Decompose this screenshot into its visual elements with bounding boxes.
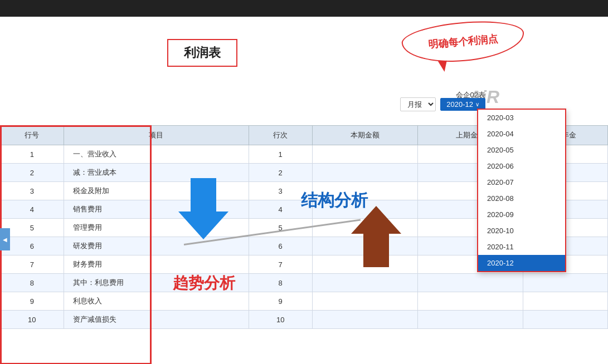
svg-marker-0	[178, 178, 228, 239]
period-type-select[interactable]: 月报	[400, 97, 436, 111]
svg-marker-1	[351, 206, 401, 267]
bubble-text: 明确每个利润点	[427, 32, 499, 52]
blue-down-arrow	[178, 178, 228, 242]
dropdown-item-9[interactable]: 2020-12	[478, 255, 565, 271]
table-row: 10 资产减值损失 10	[1, 311, 608, 329]
controls-row: 月报 2020-12 ∨	[400, 97, 485, 111]
table-row: 9 利息收入 9	[1, 292, 608, 311]
dropdown-item-3[interactable]: 2020-06	[478, 158, 565, 174]
main-content: 明确每个利润点 利润表 AiR 会企02表 月报 2020-12 ∨ 单位：元 …	[0, 17, 608, 364]
table-row: 8 其中：利息费用 8	[1, 274, 608, 292]
left-collapse-tab[interactable]	[0, 228, 10, 250]
speech-bubble: 明确每个利润点	[400, 17, 526, 67]
dropdown-item-5[interactable]: 2020-08	[478, 190, 565, 206]
dropdown-item-8[interactable]: 2020-11	[478, 239, 565, 255]
col-header-current: 本期金额	[312, 126, 417, 145]
dropdown-item-6[interactable]: 2020-09	[478, 206, 565, 223]
qushi-label: 趋势分析	[173, 273, 235, 294]
dropdown-item-4[interactable]: 2020-07	[478, 174, 565, 190]
period-dropdown[interactable]: 2020-03 2020-04 2020-05 2020-06 2020-07 …	[477, 109, 566, 272]
page-title: 利润表	[184, 46, 221, 60]
col-header-item: 项目	[64, 126, 249, 145]
col-header-rownum: 行号	[1, 126, 64, 145]
col-header-order: 行次	[249, 126, 312, 145]
dropdown-item-0[interactable]: 2020-03	[478, 110, 565, 126]
title-box: 利润表	[167, 39, 237, 67]
dropdown-item-2[interactable]: 2020-05	[478, 142, 565, 158]
dropdown-item-7[interactable]: 2020-10	[478, 223, 565, 239]
brown-up-arrow	[351, 206, 401, 269]
dropdown-arrow-icon: ∨	[475, 101, 479, 107]
jiegou-label: 结构分析	[301, 189, 368, 212]
top-bar	[0, 0, 608, 17]
dropdown-item-1[interactable]: 2020-04	[478, 126, 565, 142]
